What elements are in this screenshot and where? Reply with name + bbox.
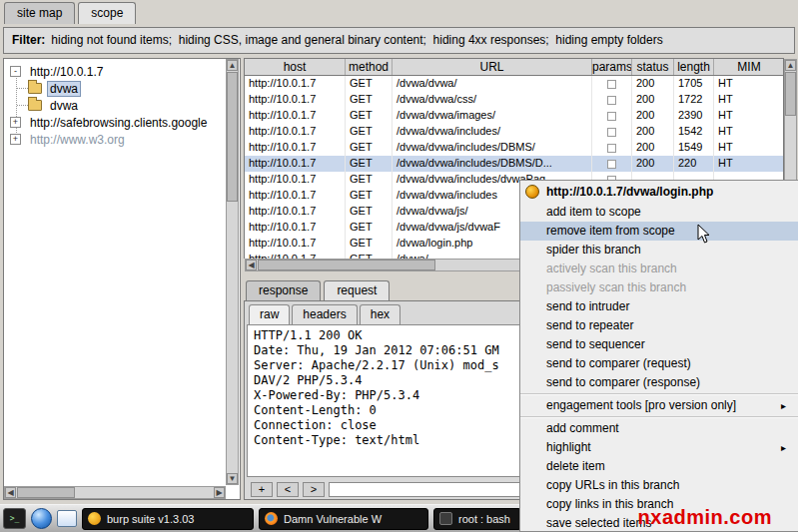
browser-launcher-icon[interactable] xyxy=(31,508,52,529)
menu-item-delete-item[interactable]: delete item xyxy=(520,457,798,476)
cell: /dvwa/dvwa/css/ xyxy=(393,92,592,108)
cell: GET xyxy=(346,156,393,172)
cell: 200 xyxy=(632,124,674,140)
menu-item-add-comment[interactable]: add comment xyxy=(520,419,798,438)
tree-item[interactable]: +http://safebrowsing.clients.google xyxy=(4,114,225,131)
cell: http://10.0.1.7 xyxy=(245,76,346,92)
cell: GET xyxy=(346,172,393,188)
cell: http://10.0.1.7 xyxy=(245,140,346,156)
filter-label: Filter: xyxy=(12,33,45,47)
scroll-left-icon[interactable]: ◀ xyxy=(246,260,257,270)
menu-item-add-item-to-scope[interactable]: add item to scope xyxy=(520,203,798,222)
subtab-raw[interactable]: raw xyxy=(249,304,290,324)
table-row[interactable]: http://10.0.1.7GET/dvwa/dvwa/images/2002… xyxy=(245,108,783,124)
column-header-url[interactable]: URL xyxy=(393,59,592,75)
cell: GET xyxy=(346,76,393,92)
table-row[interactable]: http://10.0.1.7GET/dvwa/dvwa/includes/DB… xyxy=(245,140,783,156)
menu-item-send-to-repeater[interactable]: send to repeater xyxy=(520,316,798,335)
taskbar-button-damn-vulnerable-w[interactable]: Damn Vulnerable W xyxy=(259,508,428,530)
menu-item-highlight[interactable]: highlight▸ xyxy=(520,438,798,457)
cell: 200 xyxy=(632,108,674,124)
tab-scope[interactable]: scope xyxy=(78,2,136,24)
cell: /dvwa/dvwa/includes/DBMS/ xyxy=(393,140,592,156)
cell: /dvwa/dvwa/includes/DBMS/D... xyxy=(393,156,592,172)
menu-item-remove-item-from-scope[interactable]: remove item from scope xyxy=(520,222,798,241)
subtab-hex[interactable]: hex xyxy=(360,304,400,324)
menu-item-copy-urls-in-this-branch[interactable]: copy URLs in this branch xyxy=(520,476,798,495)
menu-item-send-to-comparer-request[interactable]: send to comparer (request) xyxy=(520,354,798,373)
menu-item-spider-this-branch[interactable]: spider this branch xyxy=(520,241,798,260)
column-header-host[interactable]: host xyxy=(245,59,346,75)
cell: http://10.0.1.7 xyxy=(245,156,346,172)
display-launcher-icon[interactable] xyxy=(57,510,77,527)
menu-item-actively-scan-this-branch: actively scan this branch xyxy=(520,260,798,278)
tree-toggle-icon[interactable]: + xyxy=(10,117,21,128)
scroll-down-icon[interactable]: ▼ xyxy=(227,473,238,484)
tree-horizontal-scrollbar[interactable]: ◀ ▶ xyxy=(4,486,226,499)
menu-item-engagement-tools-pro-version-only[interactable]: engagement tools [pro version only]▸ xyxy=(520,396,798,415)
checkbox-icon xyxy=(607,96,616,105)
cell: 200 xyxy=(632,76,674,92)
tab-site-map[interactable]: site map xyxy=(4,2,75,24)
table-row[interactable]: http://10.0.1.7GET/dvwa/dvwa/includes/20… xyxy=(245,124,783,140)
filter-text: hiding not found items; hiding CSS, imag… xyxy=(51,33,662,47)
prev-match-button[interactable]: < xyxy=(277,482,299,497)
filter-bar[interactable]: Filter:hiding not found items; hiding CS… xyxy=(3,27,795,54)
cell: GET xyxy=(346,108,393,124)
scroll-up-icon[interactable]: ▲ xyxy=(785,60,796,71)
column-header-length[interactable]: length xyxy=(674,59,714,75)
taskbar-button-burp-suite-v1-3-03[interactable]: burp suite v1.3.03 xyxy=(82,508,254,530)
scrollbar-thumb[interactable] xyxy=(17,487,75,498)
scrollbar-thumb[interactable] xyxy=(785,72,796,116)
table-row[interactable]: http://10.0.1.7GET/dvwa/dvwa/includes/DB… xyxy=(245,156,783,172)
tree-item[interactable]: dvwa xyxy=(4,97,225,114)
column-header-method[interactable]: method xyxy=(346,59,393,75)
table-row[interactable]: http://10.0.1.7GET/dvwa/dvwa/2001705HT xyxy=(245,76,783,92)
column-header-params[interactable]: params xyxy=(592,59,632,75)
tree-item-label: dvwa xyxy=(47,98,81,114)
cell: http://10.0.1.7 xyxy=(245,92,346,108)
taskbar-buttons: burp suite v1.3.03Damn Vulnerable Wroot … xyxy=(82,508,521,530)
subtab-headers[interactable]: headers xyxy=(292,304,357,324)
mouse-cursor-icon xyxy=(697,224,711,244)
menu-item-send-to-comparer-response[interactable]: send to comparer (response) xyxy=(520,373,798,392)
menu-item-send-to-intruder[interactable]: send to intruder xyxy=(520,297,798,316)
next-match-button[interactable]: > xyxy=(303,482,325,497)
scrollbar-thumb[interactable] xyxy=(227,72,238,202)
tree-vertical-scrollbar[interactable]: ▲ ▼ xyxy=(226,59,239,485)
checkbox-icon xyxy=(607,160,616,169)
scroll-up-icon[interactable]: ▲ xyxy=(227,60,238,71)
cell: http://10.0.1.7 xyxy=(245,124,346,140)
checkbox-icon xyxy=(607,128,616,137)
tree-toggle-icon[interactable]: + xyxy=(10,134,21,145)
tree-item[interactable]: -http://10.0.1.7 xyxy=(4,63,225,80)
taskbar-button-label: root : bash xyxy=(458,513,510,525)
taskbar-button-root-bash[interactable]: root : bash xyxy=(433,508,521,530)
tree-toggle-icon[interactable]: - xyxy=(10,66,21,77)
context-menu-title: http://10.0.1.7/dvwa/login.php xyxy=(520,181,798,203)
scroll-left-icon[interactable]: ◀ xyxy=(5,487,16,498)
tree-item[interactable]: dvwa xyxy=(4,80,225,97)
scroll-right-icon[interactable]: ▶ xyxy=(214,487,225,498)
tab-response[interactable]: response xyxy=(246,280,321,301)
burp-icon xyxy=(525,185,539,199)
scrollbar-thumb[interactable] xyxy=(258,260,435,270)
terminal-launcher-icon[interactable]: >_ xyxy=(3,508,26,529)
tab-request[interactable]: request xyxy=(324,280,390,301)
column-header-mim[interactable]: MIM xyxy=(714,59,785,75)
cell: 200 xyxy=(632,156,674,172)
column-header-status[interactable]: status xyxy=(632,59,674,75)
submenu-arrow-icon: ▸ xyxy=(781,438,786,457)
table-header: hostmethodURLparamsstatuslengthMIM xyxy=(244,58,784,76)
tree-item[interactable]: +http://www.w3.org xyxy=(4,131,225,148)
menu-item-passively-scan-this-branch: passively scan this branch xyxy=(520,278,798,297)
cell: 200 xyxy=(632,92,674,108)
folder-icon xyxy=(28,83,42,94)
table-row[interactable]: http://10.0.1.7GET/dvwa/dvwa/css/2001722… xyxy=(245,92,783,108)
cell: /dvwa/dvwa/includes/ xyxy=(393,124,592,140)
menu-item-send-to-sequencer[interactable]: send to sequencer xyxy=(520,335,798,354)
folder-icon xyxy=(28,100,42,111)
cell: 1542 xyxy=(674,124,714,140)
toolbar-plus-button[interactable]: + xyxy=(251,482,273,497)
cell: 2390 xyxy=(674,108,714,124)
